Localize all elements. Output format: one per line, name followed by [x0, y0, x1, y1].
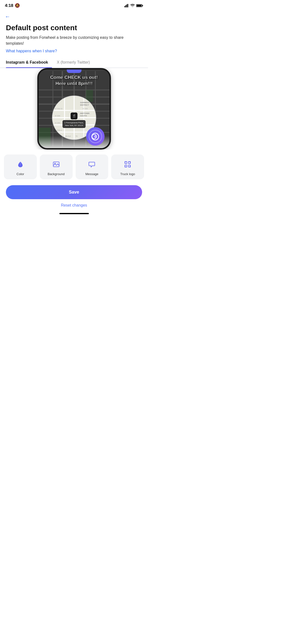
svg-rect-4	[128, 4, 129, 7]
forwheel-logo-inner	[89, 130, 102, 143]
color-icon	[15, 159, 26, 170]
address-bubble: 1 Pennsylvania Plaza,New York, NY 10119	[62, 120, 86, 128]
truck-logo-icon	[122, 159, 133, 170]
svg-text:W 27th S: W 27th S	[55, 130, 62, 131]
edit-option-message[interactable]: Message	[76, 154, 108, 179]
page-title: Default post content	[6, 23, 142, 32]
status-bar: 4:18 🔕	[0, 0, 148, 10]
signal-icon	[124, 4, 129, 7]
page-header: Default post content Make posting from F…	[0, 21, 148, 57]
phone-side-button-right	[111, 89, 111, 104]
svg-text:W 33rd St: W 33rd St	[55, 108, 62, 110]
svg-rect-6	[142, 5, 143, 6]
svg-text:DISTRICT: DISTRICT	[80, 104, 89, 106]
map-background: Come CHECK us out! Here until 8pm!!!	[39, 70, 109, 148]
location-pin: 🍴 1 Pennsylvania Plaza,New York, NY 1011…	[62, 112, 86, 128]
save-button[interactable]: Save	[6, 185, 142, 199]
forwheel-logo	[86, 127, 105, 146]
phone-side-button-left	[37, 94, 37, 104]
status-bar-left: 4:18 🔕	[5, 3, 20, 8]
status-bar-right	[124, 4, 143, 7]
home-indicator	[0, 212, 148, 216]
tab-instagram-facebook[interactable]: Instagram & Facebook	[6, 57, 52, 68]
back-arrow-icon: ←	[5, 14, 10, 20]
phone-mockup: Come CHECK us out! Here until 8pm!!!	[37, 68, 111, 150]
pin-icon: 🍴	[71, 112, 77, 119]
svg-rect-1	[125, 5, 126, 7]
svg-rect-2	[126, 4, 127, 7]
help-link[interactable]: What happens when I share?	[6, 49, 57, 53]
svg-text:W 28th: W 28th	[55, 122, 60, 124]
reset-link[interactable]: Reset changes	[0, 202, 148, 212]
post-text-line1: Come CHECK us out!	[41, 74, 107, 80]
svg-text:W 30th: W 30th	[55, 115, 60, 117]
color-label: Color	[16, 172, 24, 176]
message-label: Message	[85, 172, 98, 176]
edit-option-color[interactable]: Color	[4, 154, 37, 179]
svg-point-44	[94, 135, 96, 138]
truck-logo-label: Truck logo	[120, 172, 135, 176]
battery-icon	[136, 4, 143, 7]
svg-rect-0	[124, 6, 125, 7]
phone-screen: Come CHECK us out! Here until 8pm!!!	[39, 70, 109, 148]
tabs-container: Instagram & Facebook X (formerly Twitter…	[0, 57, 148, 68]
svg-text:GARMENT: GARMENT	[80, 102, 90, 104]
phone-preview-container: Come CHECK us out! Here until 8pm!!!	[0, 68, 148, 150]
forwheel-logo-svg	[91, 132, 100, 141]
edit-option-background[interactable]: Background	[40, 154, 73, 179]
mute-icon: 🔕	[15, 3, 20, 8]
post-text-overlay: Come CHECK us out! Here until 8pm!!!	[39, 74, 109, 86]
svg-text:W 34th: W 34th	[82, 108, 88, 110]
purple-tab-indicator	[67, 70, 81, 73]
svg-rect-3	[127, 4, 128, 7]
tab-x-twitter[interactable]: X (formerly Twitter)	[57, 57, 94, 68]
back-button[interactable]: ←	[0, 10, 148, 21]
page-description: Make posting from Forwheel a breeze by c…	[6, 35, 142, 46]
message-icon	[86, 159, 97, 170]
wifi-icon	[130, 4, 135, 7]
home-bar	[59, 213, 89, 214]
edit-option-truck-logo[interactable]: Truck logo	[111, 154, 144, 179]
post-text-line2: Here until 8pm!!!	[41, 80, 107, 87]
edit-options: Color Background Message	[0, 150, 148, 184]
background-icon	[51, 159, 62, 170]
time-display: 4:18	[5, 3, 13, 8]
svg-point-46	[54, 163, 55, 164]
background-label: Background	[48, 172, 64, 176]
svg-rect-7	[137, 5, 142, 6]
